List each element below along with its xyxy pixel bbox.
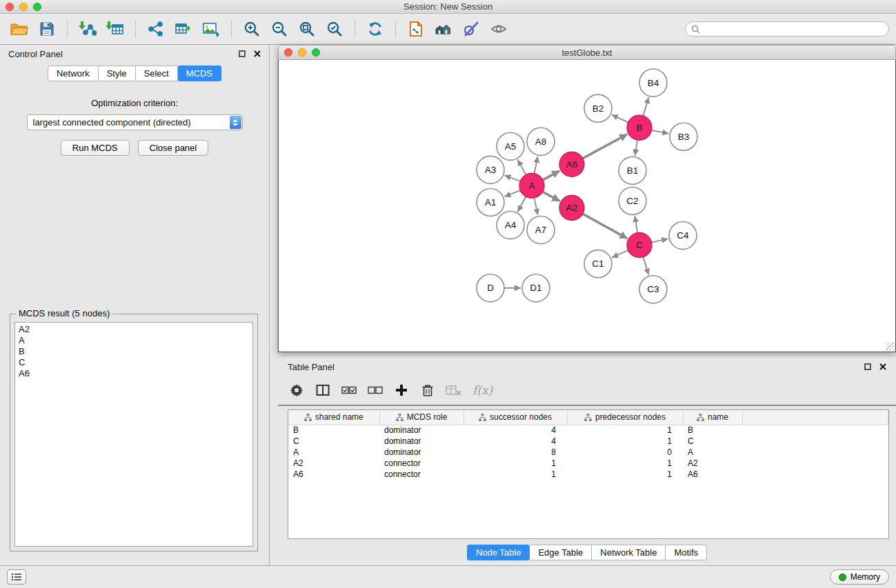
edge-C-C4[interactable] [652,239,668,242]
edge-A-A3[interactable] [505,175,521,181]
zoom-fit-button[interactable] [295,17,319,41]
network-minimize-button[interactable] [298,48,306,57]
column-header-mcds-role[interactable]: MCDS role [379,410,464,425]
deselect-all-rows-button[interactable] [365,380,386,401]
delete-column-button[interactable] [417,380,438,401]
network-node-C[interactable]: C [627,233,652,258]
network-canvas[interactable]: AA1A2A3A4A5A6A7A8BB1B2B3B4CC1C2C3C4DD1 [278,60,896,352]
column-header-predecessor-nodes[interactable]: predecessor nodes [567,410,683,425]
add-column-button[interactable] [391,380,412,401]
network-node-B[interactable]: B [627,115,652,140]
network-node-C2[interactable]: C2 [619,187,646,214]
zoom-in-button[interactable] [239,17,264,41]
search-input[interactable] [704,24,883,34]
network-node-A[interactable]: A [519,173,544,198]
tab-style[interactable]: Style [99,65,136,81]
network-document-button[interactable] [404,17,428,41]
export-network-button[interactable] [143,17,168,41]
close-table-panel-button[interactable] [879,363,886,370]
edge-A-A8[interactable] [535,156,538,174]
network-node-A5[interactable]: A5 [497,132,524,160]
tab-network-table[interactable]: Network Table [592,545,666,560]
table-cell[interactable]: 1 [567,469,683,480]
table-cell[interactable]: A6 [683,469,742,480]
network-node-C4[interactable]: C4 [669,222,697,250]
network-node-B3[interactable]: B3 [670,123,697,150]
zoom-selected-button[interactable] [322,17,347,41]
network-node-B1[interactable]: B1 [619,156,646,184]
edge-C-C1[interactable] [612,250,628,258]
minimize-window-button[interactable] [19,3,28,11]
tab-network[interactable]: Network [48,65,99,81]
edge-B-B4[interactable] [643,97,648,116]
tab-motifs[interactable]: Motifs [666,545,707,560]
edge-A-A1[interactable] [504,190,520,196]
network-node-A7[interactable]: A7 [527,216,555,244]
table-cell[interactable]: dominator [379,447,464,458]
table-cell[interactable]: 1 [567,436,683,447]
table-cell[interactable]: 1 [567,458,683,469]
mcds-result-item[interactable]: B [19,346,249,357]
edge-B-B1[interactable] [635,140,638,156]
table-cell[interactable]: B [288,425,379,436]
tab-edge-table[interactable]: Edge Table [530,545,592,560]
network-node-D[interactable]: D [477,274,504,302]
mcds-result-list[interactable]: A2ABCA6 [14,322,253,547]
table-row[interactable]: Cdominator41C [288,436,888,447]
edge-A6-B[interactable] [583,134,628,159]
zoom-window-button[interactable] [33,3,41,11]
table-cell[interactable]: C [288,436,379,447]
function-builder-button[interactable]: f(x) [470,380,495,401]
select-all-rows-button[interactable] [339,380,359,401]
table-cell[interactable]: A [288,447,379,458]
zoom-out-button[interactable] [267,17,292,41]
graphics-details-button[interactable] [459,17,484,41]
table-cell[interactable]: A2 [288,458,379,469]
edge-C-C2[interactable] [635,216,637,233]
table-cell[interactable]: connector [379,458,464,469]
column-header-successor-nodes[interactable]: successor nodes [464,410,567,425]
network-node-A2[interactable]: A2 [559,195,584,220]
float-panel-button[interactable] [239,50,246,57]
table-cell[interactable]: C [683,436,742,447]
network-node-A4[interactable]: A4 [497,212,524,239]
edge-A-A7[interactable] [535,198,538,215]
table-row[interactable]: A6connector11A6 [288,469,888,480]
edge-A-A2[interactable] [543,192,560,201]
run-mcds-button[interactable]: Run MCDS [61,140,130,156]
table-cell[interactable]: 1 [567,425,683,436]
edge-A-A4[interactable] [518,196,526,212]
mcds-result-item[interactable]: A6 [19,368,249,379]
close-panel-action-button[interactable]: Close panel [138,140,209,156]
table-row[interactable]: Adominator80A [288,447,888,458]
network-node-C3[interactable]: C3 [639,276,667,303]
edge-B-B2[interactable] [612,114,628,122]
close-window-button[interactable] [6,3,14,11]
edge-C-C3[interactable] [643,257,648,275]
network-node-D1[interactable]: D1 [522,274,550,302]
show-hide-button[interactable] [486,17,511,41]
memory-button[interactable]: Memory [830,569,889,585]
edge-A-A5[interactable] [518,160,526,175]
search-field[interactable] [685,21,889,37]
tab-mcds[interactable]: MCDS [178,65,221,81]
network-node-A8[interactable]: A8 [527,128,555,155]
table-cell[interactable]: dominator [379,436,464,447]
open-session-button[interactable] [7,17,32,41]
table-cell[interactable]: 0 [567,447,683,458]
close-panel-button[interactable] [254,50,261,57]
table-cell[interactable]: 8 [464,447,567,458]
column-header-name[interactable]: name [683,410,742,425]
float-table-panel-button[interactable] [864,363,871,370]
table-cell[interactable]: 1 [464,469,567,480]
export-table-button[interactable] [171,17,196,41]
home-button[interactable] [431,17,456,41]
task-history-button[interactable] [7,569,26,585]
network-node-B2[interactable]: B2 [584,94,612,122]
delete-table-button[interactable] [444,380,464,401]
table-cell[interactable]: A2 [683,458,742,469]
network-node-C1[interactable]: C1 [584,250,612,278]
network-node-A6[interactable]: A6 [559,152,584,176]
import-network-from-file-button[interactable] [75,17,100,41]
table-row[interactable]: A2connector11A2 [288,458,888,469]
